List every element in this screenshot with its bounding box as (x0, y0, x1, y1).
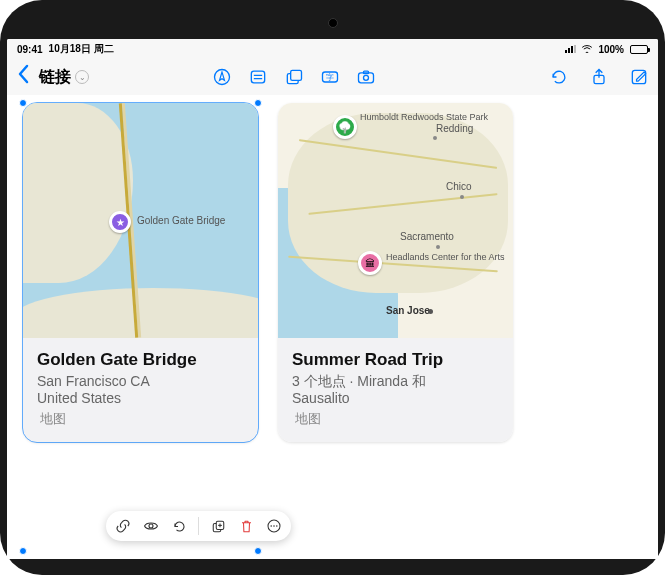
signal-icon (565, 45, 576, 53)
card-info: Golden Gate Bridge San Francisco CA Unit… (23, 338, 258, 442)
card-title: Golden Gate Bridge (37, 350, 244, 370)
map-label: Sacramento (400, 231, 454, 242)
selection-handle[interactable] (254, 547, 262, 555)
map-preview: Golden Gate Bridge (23, 103, 258, 338)
svg-point-19 (270, 525, 272, 527)
card-subtitle-1: San Francisco CA (37, 372, 244, 390)
attachments-icon[interactable] (281, 66, 307, 88)
note-canvas[interactable]: Golden Gate Bridge Golden Gate Bridge Sa… (7, 95, 658, 559)
refresh-icon[interactable] (170, 517, 188, 535)
camera-icon[interactable] (353, 66, 379, 88)
map-city-dot (428, 309, 433, 314)
map-pin-museum-icon (358, 251, 382, 275)
card-source-label: 地图 (295, 410, 321, 428)
separator (198, 517, 199, 535)
more-ellipsis-icon[interactable] (265, 517, 283, 535)
chevron-down-icon: ⌄ (75, 70, 89, 84)
map-label: Humboldt Redwoods State Park (360, 113, 488, 122)
ipad-frame: 09:41 10月18日 周二 100% 链接 ⌄ (0, 0, 665, 575)
map-label: Headlands Center for the Arts (386, 253, 505, 262)
svg-text:字: 字 (326, 72, 334, 82)
battery-percentage: 100% (598, 44, 624, 55)
map-city-dot (433, 136, 437, 140)
card-source: 地图 (292, 410, 499, 428)
front-camera (328, 18, 338, 28)
duplicate-icon[interactable] (209, 517, 227, 535)
map-preview: Humboldt Redwoods State Park Redding Chi… (278, 103, 513, 338)
map-city-dot (460, 195, 464, 199)
card-source-label: 地图 (40, 410, 66, 428)
svg-point-20 (273, 525, 275, 527)
svg-rect-8 (359, 73, 374, 83)
map-card-road-trip[interactable]: Humboldt Redwoods State Park Redding Chi… (278, 103, 513, 442)
card-subtitle-2: Sausalito (292, 390, 499, 406)
selection-handle[interactable] (254, 99, 262, 107)
battery-icon (630, 45, 648, 54)
status-date: 10月18日 周二 (49, 42, 114, 56)
app-toolbar: 链接 ⌄ 字 (7, 59, 658, 95)
map-card-golden-gate[interactable]: Golden Gate Bridge Golden Gate Bridge Sa… (23, 103, 258, 442)
selection-handle[interactable] (19, 547, 27, 555)
selection-context-toolbar (106, 511, 291, 541)
status-bar: 09:41 10月18日 周二 100% (7, 39, 658, 59)
undo-icon[interactable] (546, 66, 572, 88)
map-label: San Jose (386, 305, 430, 316)
device-camera-bar (7, 7, 658, 39)
checklist-icon[interactable] (245, 66, 271, 88)
page-title: 链接 (39, 67, 71, 88)
map-card-wrap: Humboldt Redwoods State Park Redding Chi… (278, 103, 513, 551)
compose-icon[interactable] (626, 66, 652, 88)
card-subtitle-2: United States (37, 390, 244, 406)
map-label: Chico (446, 181, 472, 192)
back-button[interactable] (13, 64, 35, 90)
text-format-icon[interactable]: 字 (317, 66, 343, 88)
map-pin-tree-icon (333, 115, 357, 139)
selection-handle[interactable] (19, 99, 27, 107)
trash-icon[interactable] (237, 517, 255, 535)
wifi-icon (582, 45, 592, 53)
card-info: Summer Road Trip 3 个地点 · Miranda 和 Sausa… (278, 338, 513, 442)
svg-rect-5 (291, 70, 302, 80)
card-subtitle-1: 3 个地点 · Miranda 和 (292, 372, 499, 390)
map-pin-star-icon (109, 211, 131, 233)
folder-title-button[interactable]: 链接 ⌄ (37, 67, 89, 88)
map-city-dot (436, 245, 440, 249)
map-label: Redding (436, 123, 473, 134)
status-time: 09:41 (17, 44, 43, 55)
svg-point-21 (276, 525, 278, 527)
svg-point-9 (364, 75, 369, 80)
format-pen-icon[interactable] (209, 66, 235, 88)
share-icon[interactable] (586, 66, 612, 88)
quicklook-eye-icon[interactable] (142, 517, 160, 535)
link-icon[interactable] (114, 517, 132, 535)
screen: 09:41 10月18日 周二 100% 链接 ⌄ (7, 39, 658, 559)
card-title: Summer Road Trip (292, 350, 499, 370)
map-label: Golden Gate Bridge (137, 215, 225, 226)
card-source: 地图 (37, 410, 244, 428)
map-card-wrap: Golden Gate Bridge Golden Gate Bridge Sa… (23, 103, 258, 551)
svg-rect-1 (251, 71, 264, 83)
svg-point-13 (149, 524, 153, 528)
